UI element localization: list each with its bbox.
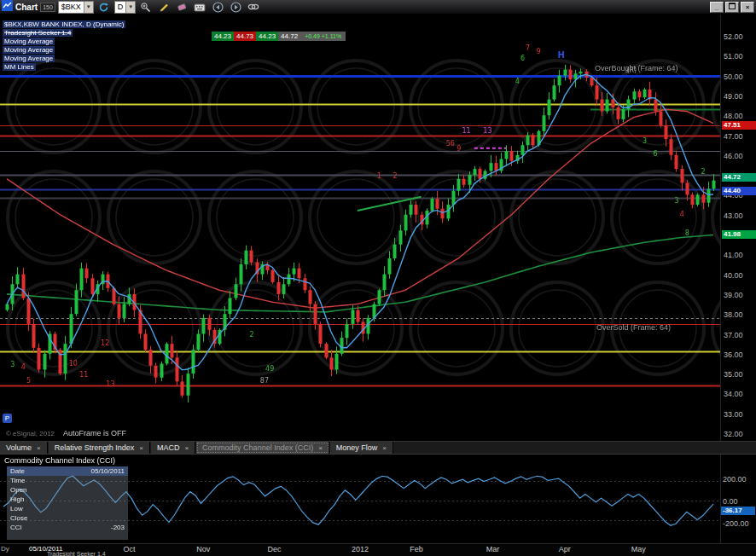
- data-window-row: CCI-203: [7, 523, 128, 532]
- month-label: Mar: [486, 545, 500, 553]
- page-badge[interactable]: P: [3, 414, 12, 423]
- tab-money-flow[interactable]: Money Flow ×: [330, 442, 393, 454]
- price-tick: 52.00: [724, 32, 743, 41]
- eraser-button[interactable]: [174, 1, 189, 14]
- data-window-row: Date05/10/2011: [7, 466, 128, 476]
- study-moving-average-3[interactable]: Moving Average: [3, 55, 55, 62]
- restore-button[interactable]: [725, 2, 739, 13]
- price-tick: 43.00: [724, 211, 743, 220]
- tab-close-icon[interactable]: ×: [382, 444, 387, 452]
- time-axis[interactable]: Dy 05/10/2011 Tradesight Seeker 1.4 OctN…: [0, 543, 756, 556]
- price-chart-canvas[interactable]: [0, 14, 720, 441]
- copyright-label: © eSignal, 2012: [6, 430, 55, 437]
- price-tick: 40.00: [724, 271, 743, 280]
- keyboard-button[interactable]: [192, 1, 207, 14]
- tab-close-icon[interactable]: ×: [184, 444, 189, 452]
- window-controls: _ ×: [710, 2, 754, 13]
- tab-label: MACD: [157, 443, 180, 452]
- tab-close-icon[interactable]: ×: [139, 444, 143, 452]
- price-tick: 37.00: [724, 331, 743, 339]
- symbol-input[interactable]: $BKX ▼: [58, 1, 94, 14]
- restore-icon: [729, 3, 736, 9]
- price-badge: 41.98: [722, 230, 756, 239]
- close-button[interactable]: ×: [741, 2, 754, 13]
- refresh-button[interactable]: [96, 1, 112, 14]
- price-badge: 47.51: [722, 121, 756, 130]
- play-forward-button[interactable]: [228, 1, 243, 14]
- instrument-label[interactable]: $BKX,KBW BANK INDEX, D (Dynamic): [3, 20, 125, 28]
- indicator-tabbar: Volume × Relative Strength Index × MACD …: [0, 441, 756, 454]
- tab-relative-strength-index[interactable]: Relative Strength Index ×: [49, 442, 150, 454]
- price-tick: 41.00: [724, 251, 743, 259]
- tab-label: Relative Strength Index: [55, 443, 135, 452]
- chevron-down-icon[interactable]: ▼: [125, 2, 135, 13]
- cci-tick-0: 0.00: [723, 497, 738, 506]
- zoom-in-button[interactable]: [138, 1, 154, 14]
- price-tick: 49.00: [724, 92, 743, 101]
- window-title: Chart: [15, 3, 38, 12]
- cci-title: Commodity Channel Index (CCI): [4, 456, 115, 465]
- study-tradesight-seeker[interactable]: Tradesight Seeker 1.4: [3, 29, 73, 37]
- seeker-label: Tradesight Seeker 1.4: [47, 551, 106, 556]
- tab-close-icon[interactable]: ×: [37, 444, 41, 452]
- cci-panel[interactable]: Commodity Channel Index (CCI) 200.00 0.0…: [0, 454, 756, 543]
- tab-label: Money Flow: [336, 443, 378, 452]
- draw-pencil-button[interactable]: [156, 1, 172, 14]
- price-tick: 33.00: [724, 410, 743, 419]
- price-tick: 39.00: [724, 291, 743, 299]
- price-badge: 44.72: [722, 173, 756, 182]
- chevron-down-icon[interactable]: ▼: [84, 2, 93, 13]
- price-tick: 35.00: [724, 370, 743, 379]
- oversold-label: OverSold (Frame: 64): [596, 323, 671, 332]
- price-badge: 44.40: [722, 187, 756, 195]
- cci-tick-200: 200.00: [723, 475, 747, 484]
- quote-close: 44.72: [278, 32, 300, 41]
- month-label: Apr: [559, 545, 571, 553]
- interval-select[interactable]: D ▼: [114, 1, 137, 14]
- price-tick: 34.00: [724, 390, 743, 398]
- symbol-value: $BKX: [61, 3, 81, 11]
- month-label: Nov: [196, 545, 210, 553]
- quote-change: +0.49 +1.11%: [300, 32, 346, 41]
- study-moving-average-2[interactable]: Moving Average: [3, 46, 55, 54]
- play-back-button[interactable]: [210, 1, 225, 14]
- price-tick: 50.00: [724, 72, 743, 81]
- data-window-row: Open: [7, 485, 128, 495]
- price-tick: 47.00: [724, 132, 743, 141]
- tab-macd[interactable]: MACD ×: [151, 442, 195, 454]
- cci-tick-neg200: -200.00: [723, 519, 749, 528]
- minimize-button[interactable]: _: [710, 2, 724, 13]
- chart-id-badge: 150: [40, 3, 55, 12]
- study-mm-lines[interactable]: MM Lines: [3, 63, 36, 71]
- titlebar: Chart 150 $BKX ▼ D ▼ _ ×: [0, 0, 756, 14]
- price-tick: 32.00: [724, 430, 743, 438]
- month-label: Dec: [268, 545, 282, 553]
- tab-volume[interactable]: Volume ×: [0, 442, 48, 454]
- tab-cci[interactable]: Commodity Channel Index (CCI) ×: [196, 442, 329, 454]
- study-moving-average-1[interactable]: Moving Average: [3, 38, 55, 45]
- month-label: Oct: [123, 545, 135, 553]
- data-window-row: Time: [7, 476, 128, 485]
- month-label: 2012: [352, 545, 369, 553]
- data-window: Date05/10/2011TimeOpenHighLowCloseCCI-20…: [7, 466, 128, 540]
- data-window-row: Close: [7, 513, 128, 523]
- cci-value-badge: -36.17: [721, 507, 755, 515]
- data-window-row: Low: [7, 504, 128, 513]
- corner-label: Dy: [1, 545, 9, 553]
- quote-low: 44.23: [256, 32, 278, 41]
- interval-value: D: [118, 3, 124, 11]
- price-tick: 36.00: [724, 350, 743, 359]
- tab-label: Volume: [6, 443, 32, 452]
- price-tick: 46.00: [724, 152, 743, 160]
- study-labels: $BKX,KBW BANK INDEX, D (Dynamic) Tradesi…: [3, 20, 125, 72]
- price-axis[interactable]: 52.0051.0050.0049.0048.0047.0046.0045.00…: [720, 14, 756, 441]
- month-label: Feb: [410, 545, 423, 553]
- tab-close-icon[interactable]: ×: [318, 444, 323, 452]
- link-button[interactable]: [246, 1, 261, 14]
- main-chart-pane[interactable]: $BKX,KBW BANK INDEX, D (Dynamic) Tradesi…: [0, 14, 756, 441]
- axis-separator: [720, 455, 721, 543]
- month-label: May: [631, 545, 646, 553]
- data-window-row: High: [7, 495, 128, 504]
- tab-label: Commodity Channel Index (CCI): [202, 443, 313, 452]
- autoframe-status: AutoFrame is OFF: [63, 429, 126, 437]
